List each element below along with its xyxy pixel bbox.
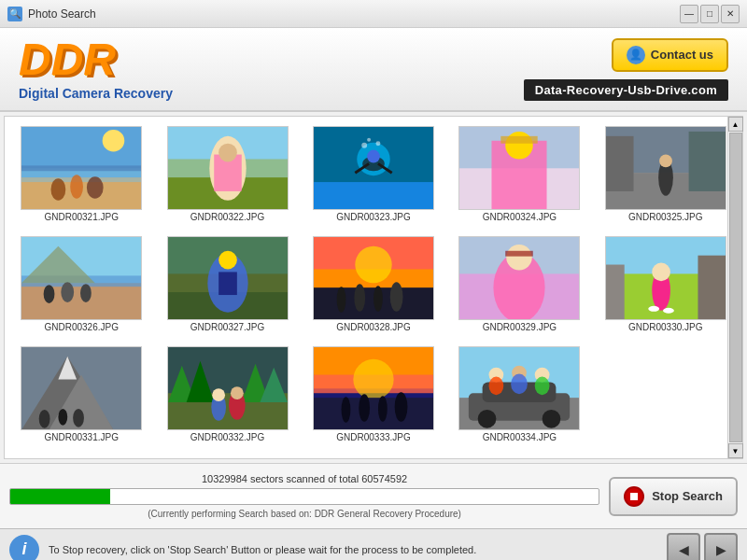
svg-point-53	[337, 287, 346, 313]
photo-thumbnail	[605, 236, 726, 320]
photo-label: GNDR00321.JPG	[44, 212, 118, 222]
stop-label: Stop Search	[652, 489, 723, 503]
photo-thumbnail	[21, 346, 142, 430]
photo-label: GNDR00328.JPG	[336, 322, 410, 332]
svg-point-42	[80, 284, 92, 302]
svg-point-22	[367, 138, 371, 142]
svg-point-93	[359, 394, 370, 422]
svg-point-3	[103, 130, 125, 152]
photo-item[interactable]: GNDR00324.JPG	[450, 124, 588, 231]
photo-thumbnail	[167, 126, 289, 210]
photo-thumbnail	[313, 126, 434, 210]
progress-info: 10329984 sectors scanned of total 605745…	[9, 473, 599, 519]
photo-label: GNDR00324.JPG	[483, 212, 557, 222]
photo-item[interactable]: GNDR00331.JPG	[12, 344, 150, 451]
photo-thumbnail	[167, 236, 289, 320]
svg-point-101	[543, 410, 561, 428]
photo-item[interactable]: GNDR00326.JPG	[12, 234, 150, 341]
svg-point-75	[59, 409, 68, 426]
svg-point-90	[353, 359, 393, 399]
photo-item[interactable]: GNDR00325.JPG	[597, 124, 735, 231]
photo-item[interactable]: GNDR00321.JPG	[12, 124, 150, 231]
nav-back-button[interactable]: ◀	[667, 533, 700, 561]
photo-label: GNDR00323.JPG	[336, 212, 410, 222]
photo-item[interactable]: GNDR00322.JPG	[158, 124, 296, 231]
scrollbar[interactable]: ▲ ▼	[727, 117, 742, 458]
progress-sub-text: (Currently performing Search based on: D…	[9, 509, 599, 519]
progress-area: 10329984 sectors scanned of total 605745…	[0, 463, 747, 528]
photo-item[interactable]: GNDR00323.JPG	[304, 124, 443, 231]
svg-point-94	[378, 396, 388, 422]
svg-point-67	[652, 262, 670, 281]
svg-point-6	[70, 175, 83, 199]
progress-bar-container	[9, 488, 599, 505]
photo-item[interactable]: GNDR00328.JPG	[304, 234, 443, 341]
close-button[interactable]: ✕	[721, 5, 740, 23]
title-bar: 🔍 Photo Search — □ ✕	[0, 0, 747, 28]
photo-label: GNDR00331.JPG	[44, 432, 118, 442]
svg-point-107	[535, 376, 550, 395]
photo-thumbnail	[21, 126, 142, 210]
svg-rect-50	[314, 287, 433, 319]
info-icon: i	[9, 535, 39, 561]
photo-label: GNDR00334.JPG	[483, 432, 557, 442]
svg-point-69	[663, 308, 674, 314]
title-bar-left: 🔍 Photo Search	[7, 7, 96, 21]
website-badge: Data-Recovery-Usb-Drive.com	[524, 79, 728, 101]
title-bar-controls: — □ ✕	[680, 5, 740, 23]
svg-point-54	[354, 284, 365, 312]
scroll-down-arrow[interactable]: ▼	[728, 443, 743, 458]
photo-item[interactable]: GNDR00334.JPG	[450, 344, 588, 451]
photo-thumbnail	[167, 346, 289, 430]
svg-point-21	[361, 142, 367, 147]
photo-label: GNDR00327.JPG	[190, 322, 264, 332]
svg-point-92	[342, 397, 351, 423]
photo-thumbnail	[458, 346, 580, 430]
photo-label: GNDR00322.JPG	[190, 212, 264, 222]
svg-point-47	[218, 250, 237, 269]
stop-icon	[624, 486, 644, 507]
photo-thumbnail	[21, 236, 142, 320]
svg-rect-91	[314, 398, 433, 429]
svg-rect-32	[606, 136, 634, 191]
svg-rect-65	[698, 255, 726, 319]
photo-thumbnail	[458, 236, 580, 320]
nav-forward-button[interactable]: ▶	[704, 533, 738, 561]
svg-rect-48	[218, 272, 237, 295]
svg-rect-64	[606, 264, 625, 319]
photo-item[interactable]: GNDR00327.JPG	[158, 234, 296, 341]
photo-label: GNDR00333.JPG	[336, 432, 410, 442]
svg-point-40	[44, 285, 55, 303]
photo-label: GNDR00329.JPG	[483, 322, 557, 332]
photo-item[interactable]: GNDR00333.JPG	[304, 344, 443, 451]
contact-icon: 👤	[627, 46, 645, 64]
scroll-up-arrow[interactable]: ▲	[728, 117, 743, 132]
photo-item[interactable]: GNDR00329.JPG	[450, 234, 588, 341]
status-text: To Stop recovery, click on 'Stop Search'…	[49, 544, 657, 555]
photo-item[interactable]: GNDR00332.JPG	[158, 344, 296, 451]
contact-button[interactable]: 👤 Contact us	[612, 38, 728, 72]
stop-square	[630, 493, 638, 500]
svg-point-55	[374, 286, 383, 312]
photo-item[interactable]: GNDR00330.JPG	[597, 234, 735, 341]
minimize-button[interactable]: —	[680, 5, 698, 23]
maximize-button[interactable]: □	[700, 5, 719, 23]
photo-label: GNDR00325.JPG	[628, 212, 702, 222]
svg-point-56	[390, 282, 403, 312]
photo-label: GNDR00332.JPG	[190, 432, 264, 442]
svg-point-105	[489, 376, 504, 395]
contact-label: Contact us	[651, 48, 713, 62]
stop-search-button[interactable]: Stop Search	[609, 477, 738, 516]
nav-buttons: ◀ ▶	[667, 533, 738, 561]
svg-point-20	[367, 149, 380, 162]
svg-point-27	[506, 132, 534, 160]
svg-rect-28	[501, 136, 538, 144]
svg-point-76	[73, 409, 84, 427]
ddr-logo: DDR	[19, 37, 173, 82]
scroll-thumb[interactable]	[729, 133, 742, 442]
photo-label: GNDR00326.JPG	[44, 322, 118, 332]
photo-thumbnail	[458, 126, 580, 210]
app-subtitle: Digital Camera Recovery	[19, 86, 173, 101]
svg-point-60	[507, 245, 533, 271]
svg-point-52	[355, 246, 391, 283]
